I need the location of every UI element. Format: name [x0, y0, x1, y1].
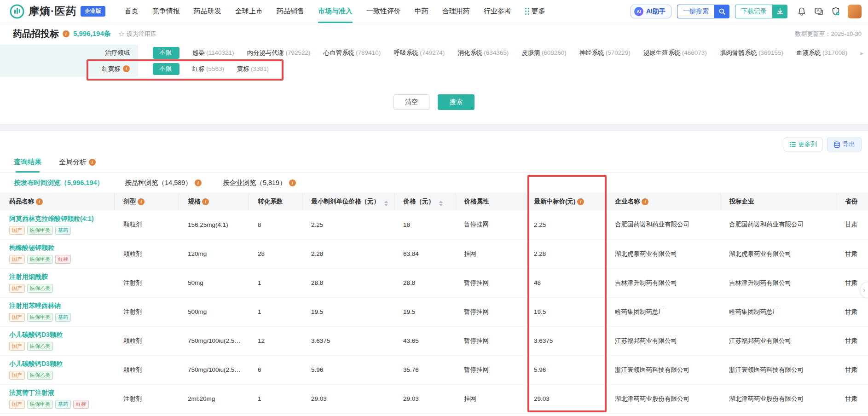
- price-cell: 29.03: [394, 384, 455, 413]
- ai-icon: AI: [634, 7, 643, 16]
- tag-国产: 国产: [9, 255, 25, 264]
- export-button[interactable]: 导出: [827, 138, 862, 151]
- tag-红标: 红标: [55, 255, 71, 264]
- quick-search-button[interactable]: 一键搜索: [677, 5, 729, 18]
- drug-name-link[interactable]: 枸橼酸铋钾颗粒: [9, 244, 111, 252]
- search-icon[interactable]: [714, 5, 729, 18]
- clear-button[interactable]: 清空: [393, 94, 429, 110]
- tag-国产: 国产: [9, 284, 25, 293]
- nav-item-中药[interactable]: 中药: [415, 0, 428, 23]
- drug-name-link[interactable]: 小儿碳酸钙D3颗粒: [9, 360, 111, 368]
- tag-红标: 红标: [73, 400, 89, 409]
- security-shield-icon[interactable]: [831, 6, 841, 17]
- column-header[interactable]: 剂型: [114, 193, 179, 210]
- sort-icon[interactable]: [439, 201, 443, 206]
- column-header[interactable]: 价格属性: [455, 193, 525, 210]
- column-header[interactable]: 价格（元）: [394, 193, 455, 210]
- price-cell: 28.8: [394, 268, 455, 297]
- column-header[interactable]: 最小制剂单位价格（元）: [302, 193, 394, 210]
- view-tab[interactable]: 按发布时间浏览（5,996,194）: [14, 179, 104, 187]
- filter-option-神经系统[interactable]: 神经系统(570229): [579, 49, 631, 57]
- info-icon[interactable]: [89, 159, 96, 166]
- column-header[interactable]: 转化系数: [249, 193, 302, 210]
- info-icon[interactable]: [577, 198, 584, 205]
- nav-item-行业参考[interactable]: 行业参考: [484, 0, 511, 23]
- drug-tags: 国产医保甲类基药: [9, 313, 111, 322]
- nav-item-竞争情报[interactable]: 竞争情报: [152, 0, 180, 23]
- filter-option-不限[interactable]: 不限: [153, 63, 179, 75]
- filter-option-皮肤病[interactable]: 皮肤病(609260): [521, 49, 567, 57]
- download-records-button[interactable]: 下载记录: [735, 5, 787, 18]
- conversion-factor-cell: 1: [249, 268, 302, 297]
- info-icon[interactable]: [195, 179, 202, 186]
- tab-查询结果[interactable]: 查询结果: [14, 158, 41, 173]
- column-header[interactable]: 省份: [836, 193, 868, 210]
- info-icon[interactable]: [36, 198, 43, 205]
- nav-item-一致性评价[interactable]: 一致性评价: [366, 0, 401, 23]
- drug-tags: 国产医保乙类: [9, 371, 111, 380]
- info-icon[interactable]: [289, 179, 296, 186]
- set-favorite-library-button[interactable]: 设为常用库: [118, 29, 156, 38]
- info-icon[interactable]: [63, 30, 69, 37]
- view-mode-tabs: 按发布时间浏览（5,996,194） 按品种浏览（14,589） 按企业浏览（5…: [0, 173, 868, 193]
- filter-option-泌尿生殖系统[interactable]: 泌尿生殖系统(466073): [643, 49, 707, 57]
- nav-item-更多[interactable]: 更多: [525, 0, 545, 23]
- column-header[interactable]: 企业名称: [606, 193, 720, 210]
- drug-name-link[interactable]: 法莫替丁注射液: [9, 389, 111, 397]
- column-header[interactable]: 最新中标价(元): [525, 193, 606, 210]
- nav-item-药品销售[interactable]: 药品销售: [277, 0, 304, 23]
- tag-基药: 基药: [55, 313, 71, 322]
- search-button[interactable]: 搜索: [438, 94, 475, 110]
- drug-name-link[interactable]: 阿莫西林克拉维酸钾颗粒(4:1): [9, 215, 111, 223]
- filter-option-心血管系统[interactable]: 心血管系统(789410): [324, 49, 381, 57]
- info-icon[interactable]: [123, 65, 130, 72]
- tag-国产: 国产: [9, 371, 25, 380]
- filter-option-消化系统[interactable]: 消化系统(634365): [457, 49, 509, 57]
- more-columns-button[interactable]: 更多列: [784, 138, 823, 151]
- download-icon[interactable]: [772, 5, 787, 18]
- nav-item-全球上市[interactable]: 全球上市: [235, 0, 263, 23]
- notification-bell-icon[interactable]: [797, 6, 807, 17]
- company-cell: 湖北津药药业股份有限公司: [606, 384, 720, 413]
- section-divider: [0, 124, 868, 131]
- brand-logo[interactable]: 摩熵·医药 企业版: [9, 4, 105, 19]
- filter-option-肌肉骨骼系统[interactable]: 肌肉骨骼系统(369155): [720, 49, 783, 57]
- info-icon[interactable]: [138, 198, 145, 205]
- column-header[interactable]: 投标企业: [720, 193, 836, 210]
- info-icon[interactable]: [642, 198, 648, 205]
- sort-icon[interactable]: [384, 201, 388, 206]
- nav-item-市场与准入[interactable]: 市场与准入: [318, 0, 353, 23]
- drug-name-link[interactable]: 注射用烟酰胺: [9, 273, 111, 281]
- price-attribute-cell: 挂网: [455, 239, 525, 268]
- filter-option-红标[interactable]: 红标(5563): [192, 65, 224, 73]
- drug-name-link[interactable]: 注射用苯唑西林钠: [9, 302, 111, 310]
- more-options-arrow-icon[interactable]: [860, 49, 863, 56]
- column-header[interactable]: 药品名称: [0, 193, 114, 210]
- message-translate-icon[interactable]: A: [814, 6, 824, 17]
- province-cell: 甘肃: [836, 210, 868, 239]
- tab-全局分析[interactable]: 全局分析: [59, 158, 96, 173]
- filter-option-不限[interactable]: 不限: [153, 47, 179, 59]
- ai-assistant-button[interactable]: AI AI助手: [631, 5, 671, 18]
- topbar-actions: AI AI助手 一键搜索 下载记录 A: [631, 5, 862, 18]
- conversion-factor-cell: 8: [249, 210, 302, 239]
- tag-国产: 国产: [9, 342, 25, 351]
- column-header[interactable]: 规格: [179, 193, 249, 210]
- nav-item-首页[interactable]: 首页: [125, 0, 139, 23]
- nav-item-合理用药[interactable]: 合理用药: [442, 0, 470, 23]
- filter-option-血液系统[interactable]: 血液系统(317008): [796, 49, 847, 57]
- nav-item-药品研发[interactable]: 药品研发: [194, 0, 221, 23]
- dosage-form-cell: 颗粒剂: [114, 355, 179, 384]
- view-tab[interactable]: 按品种浏览（14,589）: [125, 179, 202, 187]
- tag-医保乙类: 医保乙类: [27, 342, 53, 351]
- filter-option-呼吸系统[interactable]: 呼吸系统(749274): [393, 49, 445, 57]
- min-unit-price-cell: 2.28: [302, 239, 394, 268]
- drug-name-link[interactable]: 小儿碳酸钙D3颗粒: [9, 331, 111, 339]
- filter-option-感染[interactable]: 感染(1140321): [192, 49, 234, 57]
- user-avatar[interactable]: [848, 5, 862, 18]
- info-icon[interactable]: [202, 198, 209, 205]
- filter-option-黄标[interactable]: 黄标(3381): [237, 65, 269, 73]
- filter-option-内分泌与代谢[interactable]: 内分泌与代谢(792522): [247, 49, 311, 57]
- view-tab[interactable]: 按企业浏览（5,819）: [223, 179, 296, 187]
- spec-cell: 750mg/100iu(2.5…: [179, 355, 249, 384]
